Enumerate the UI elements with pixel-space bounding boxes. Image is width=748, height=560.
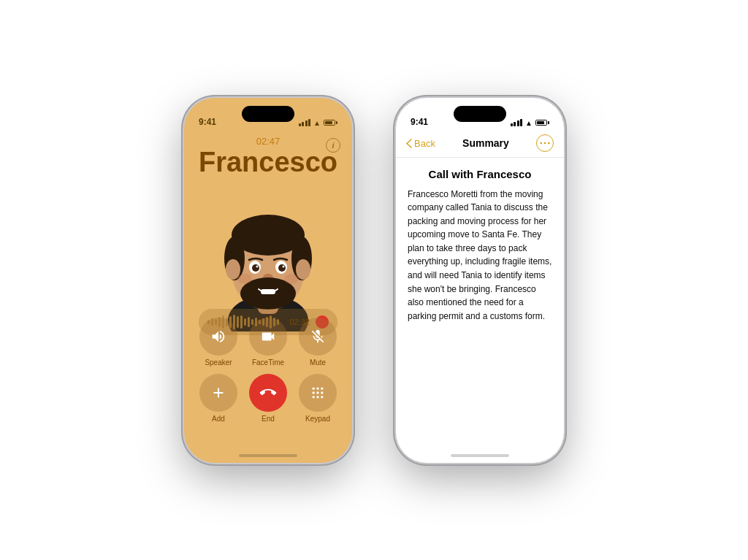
status-icons-left: ▲	[299, 119, 337, 127]
facetime-circle	[249, 318, 287, 356]
facetime-button[interactable]: FaceTime	[249, 318, 287, 367]
add-label: Add	[212, 415, 225, 423]
svg-point-21	[321, 387, 323, 389]
end-label: End	[262, 415, 275, 423]
add-circle	[199, 374, 237, 412]
wifi-icon-left: ▲	[313, 119, 321, 127]
speaker-button[interactable]: Speaker	[199, 318, 237, 367]
svg-point-18	[284, 274, 299, 284]
svg-point-12	[256, 265, 259, 267]
end-button[interactable]: End	[249, 374, 287, 423]
status-icons-right: ▲	[511, 119, 549, 127]
svg-point-6	[226, 259, 240, 280]
svg-point-26	[316, 396, 318, 398]
battery-icon-right	[535, 120, 549, 126]
svg-point-28	[540, 142, 542, 145]
status-time-left: 9:41	[199, 117, 216, 127]
svg-point-7	[296, 259, 310, 280]
svg-point-30	[548, 142, 550, 145]
summary-body: Francesco Moretti from the moving compan…	[408, 188, 552, 323]
svg-point-13	[283, 265, 285, 267]
svg-point-10	[252, 264, 259, 272]
svg-point-11	[278, 264, 286, 272]
call-controls: Speaker FaceTime Mute	[184, 318, 352, 423]
svg-point-17	[237, 274, 252, 284]
dynamic-island-left	[242, 106, 294, 122]
speaker-label: Speaker	[205, 358, 232, 367]
mute-label: Mute	[310, 358, 326, 367]
wifi-icon-right: ▲	[525, 119, 533, 127]
signal-icon-right	[511, 119, 523, 126]
speaker-circle	[199, 318, 237, 356]
status-time-right: 9:41	[411, 117, 428, 127]
phone-left: 9:41 ▲ 02:47 Francesco i	[184, 98, 352, 463]
home-indicator-right	[451, 454, 509, 457]
svg-point-27	[321, 396, 323, 398]
dynamic-island-right	[454, 106, 506, 122]
keypad-button[interactable]: Keypad	[299, 374, 337, 423]
nav-title: Summary	[462, 137, 509, 149]
svg-point-22	[313, 391, 315, 394]
svg-rect-16	[261, 289, 275, 294]
summary-content: Call with Francesco Francesco Moretti fr…	[396, 158, 564, 441]
battery-icon-left	[324, 120, 337, 126]
svg-point-24	[321, 391, 323, 394]
summary-title: Call with Francesco	[408, 168, 552, 180]
end-circle	[249, 374, 287, 412]
controls-row-1: Speaker FaceTime Mute	[199, 318, 337, 367]
back-button[interactable]: Back	[406, 138, 435, 149]
add-button[interactable]: Add	[199, 374, 237, 423]
keypad-label: Keypad	[305, 415, 330, 423]
mute-button[interactable]: Mute	[299, 318, 337, 367]
facetime-label: FaceTime	[252, 358, 284, 367]
svg-point-20	[316, 387, 318, 389]
svg-point-29	[544, 142, 546, 145]
svg-point-19	[313, 387, 315, 389]
more-button[interactable]	[536, 134, 554, 152]
home-indicator-left	[239, 454, 297, 457]
controls-row-2: Add End Keypad	[199, 374, 337, 423]
info-icon[interactable]: i	[326, 138, 340, 153]
svg-point-23	[316, 391, 318, 394]
mute-circle	[299, 318, 337, 356]
keypad-circle	[299, 374, 337, 412]
signal-icon-left	[299, 119, 311, 126]
caller-name: Francesco	[184, 147, 352, 178]
back-label: Back	[414, 138, 435, 149]
navigation-bar: Back Summary	[396, 130, 564, 158]
svg-point-25	[313, 396, 315, 398]
phone-right: 9:41 ▲ Back Summary	[396, 98, 564, 463]
